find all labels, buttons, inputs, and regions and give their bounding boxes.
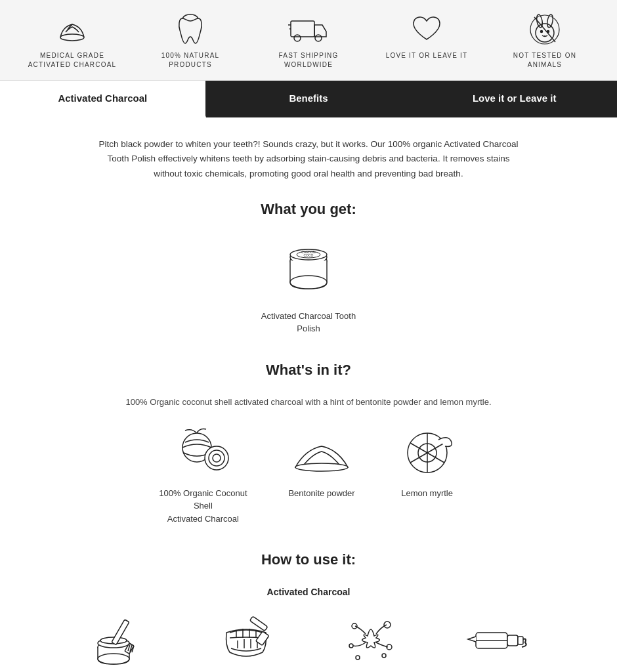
whats-in-it-heading: What's in it?	[66, 362, 551, 379]
ingredient-coconut: 100% Organic Coconut Shell Activated Cha…	[157, 427, 249, 526]
lemon-icon	[394, 427, 460, 479]
banner-label-natural-products: 100% NATURAL PRODUCTS	[161, 51, 220, 70]
rabbit-icon	[528, 12, 562, 46]
svg-text:COCO: COCO	[304, 253, 314, 257]
svg-rect-47	[249, 616, 268, 631]
svg-point-9	[541, 31, 543, 33]
svg-point-49	[352, 623, 357, 629]
step-best: For best results, use at night followed …	[440, 613, 551, 672]
whats-in-it-section: What's in it? 100% Organic coconut shell…	[66, 362, 551, 526]
svg-point-50	[384, 621, 391, 628]
what-you-get-heading: What you get:	[66, 201, 551, 218]
ingredient-lemon: Lemon myrtle	[394, 427, 460, 526]
step-brush: Brush your teeth for 3 minutes	[190, 613, 302, 672]
svg-point-2	[294, 35, 301, 41]
svg-point-31	[98, 654, 129, 664]
steps-grid: Dip wet toothbrush into jar, tap off exc…	[66, 613, 551, 672]
top-banner: MEDICAL GRADE ACTIVATED CHARCOAL 100% NA…	[0, 0, 617, 81]
svg-point-0	[60, 34, 84, 41]
intro-text: Pitch black powder to whiten your teeth?…	[98, 137, 519, 181]
ingredients-grid: 100% Organic Coconut Shell Activated Cha…	[66, 427, 551, 526]
banner-item-medical-grade: MEDICAL GRADE ACTIVATED CHARCOAL	[13, 12, 131, 70]
product-label: Activated Charcoal Tooth Polish	[66, 310, 551, 335]
tab-activated-charcoal[interactable]: Activated Charcoal	[0, 81, 206, 117]
tabs-container: Activated Charcoal Benefits Love it or L…	[0, 81, 617, 117]
svg-point-53	[356, 656, 360, 660]
banner-label-medical-grade: MEDICAL GRADE ACTIVATED CHARCOAL	[28, 51, 117, 70]
banner-item-shipping: FAST SHIPPING WORLDWIDE	[249, 12, 368, 70]
product-jar-icon: CARBON COCO	[272, 236, 345, 302]
tab-benefits[interactable]: Benefits	[206, 81, 412, 116]
svg-point-3	[315, 35, 322, 41]
ingredients-description: 100% Organic coconut shell activated cha…	[66, 397, 551, 407]
heart-icon	[410, 12, 444, 46]
tab-love-it-or-leave-it[interactable]: Love it or Leave it	[412, 81, 617, 116]
bentonite-label: Bentonite powder	[288, 487, 354, 500]
charcoal-icon	[55, 12, 89, 46]
banner-label-shipping: FAST SHIPPING WORLDWIDE	[279, 51, 339, 70]
tooth-icon	[173, 12, 207, 46]
what-you-get-section: What you get: CARBON COCO Activated Char…	[66, 201, 551, 335]
how-to-use-subtitle: Activated Charcoal	[66, 587, 551, 597]
banner-label-love-it: LOVE IT OR LEAVE IT	[386, 51, 468, 60]
bentonite-icon	[289, 427, 354, 479]
svg-point-54	[382, 654, 386, 658]
svg-rect-1	[291, 21, 314, 37]
step-dip: Dip wet toothbrush into jar, tap off exc…	[66, 613, 177, 672]
banner-item-natural-products: 100% NATURAL PRODUCTS	[131, 12, 249, 70]
dip-icon	[89, 613, 154, 665]
main-content: Pitch black powder to whiten your teeth?…	[0, 117, 617, 672]
banner-item-love-it: LOVE IT OR LEAVE IT	[368, 12, 486, 60]
how-to-use-heading: How to use it:	[66, 551, 551, 568]
banner-label-not-tested: NOT TESTED ON ANIMALS	[513, 51, 576, 70]
how-to-use-section: How to use it: Activated Charcoal	[66, 551, 551, 672]
ingredient-bentonite: Bentonite powder	[288, 427, 354, 526]
svg-rect-57	[518, 637, 523, 644]
svg-point-16	[290, 276, 327, 289]
toothpaste-icon	[463, 613, 528, 665]
spit-icon	[338, 613, 404, 665]
lemon-label: Lemon myrtle	[401, 487, 453, 500]
shipping-icon	[291, 12, 326, 46]
svg-point-24	[295, 463, 348, 471]
step-spit: Spit out and rinse	[315, 613, 427, 672]
coconut-label: 100% Organic Coconut Shell Activated Cha…	[157, 487, 249, 526]
svg-rect-56	[507, 635, 518, 646]
brush-icon	[213, 613, 279, 665]
coconut-icon	[170, 427, 236, 479]
banner-item-not-tested: NOT TESTED ON ANIMALS	[486, 12, 604, 70]
